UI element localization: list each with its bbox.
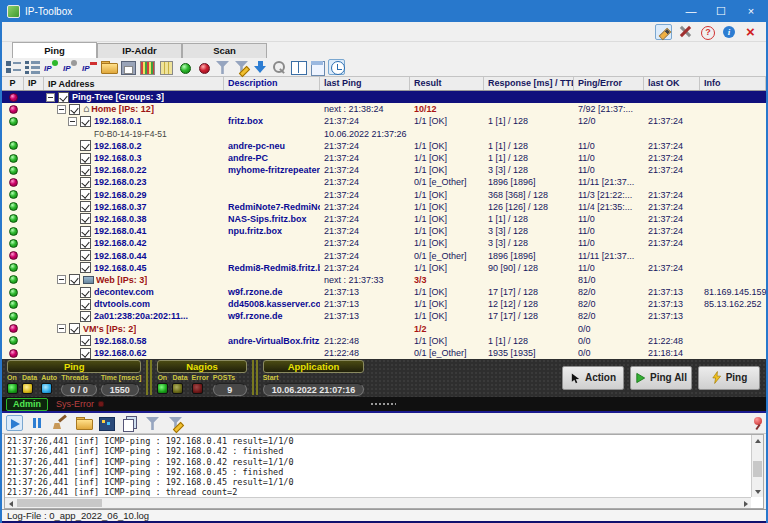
ip-add-icon[interactable]: [43, 59, 60, 75]
table-row[interactable]: 192.168.0.41npu.fritz.box21:37:241/1 [OK…: [2, 225, 766, 237]
column-header[interactable]: Info: [700, 77, 766, 90]
column-header[interactable]: Description: [224, 77, 320, 90]
table-row[interactable]: Ping-Tree [Groups: 3]: [2, 91, 766, 103]
row-checkbox[interactable]: [69, 323, 80, 334]
filter-edit-icon[interactable]: [167, 415, 184, 431]
row-checkbox[interactable]: [80, 116, 91, 127]
image-icon[interactable]: [98, 415, 115, 431]
table-row[interactable]: 192.168.0.1fritz.box21:37:241/1 [OK]1 [1…: [2, 115, 766, 127]
scroll-down-icon[interactable]: [752, 486, 763, 497]
column-header[interactable]: Result: [410, 77, 484, 90]
table-row[interactable]: 192.168.0.45Redmi8-Redmi8.fritz.box21:37…: [2, 262, 766, 274]
ping-all-button[interactable]: Ping All: [630, 366, 692, 390]
tools-icon[interactable]: [677, 24, 694, 40]
tree-list-icon[interactable]: [24, 59, 41, 75]
action-button[interactable]: Action: [562, 366, 624, 390]
row-checkbox[interactable]: [69, 104, 80, 115]
ping-button[interactable]: Ping: [698, 366, 760, 390]
folder-open-icon[interactable]: [75, 415, 92, 431]
column-header[interactable]: IP: [24, 77, 44, 90]
folder-open-icon[interactable]: [100, 59, 117, 75]
table-row[interactable]: ⌂Home [IPs: 12]next : 21:38:2410/127/92 …: [2, 103, 766, 115]
scroll-right-icon[interactable]: [740, 498, 751, 509]
tab-scan[interactable]: Scan: [182, 43, 267, 58]
row-checkbox[interactable]: [80, 238, 91, 249]
columns-colored-icon[interactable]: [138, 59, 155, 75]
log-horizontal-scrollbar[interactable]: [5, 497, 751, 508]
table-row[interactable]: 192.168.0.2921:37:241/1 [OK]368 [368] / …: [2, 189, 766, 201]
table-row[interactable]: Web [IPs: 3]next : 21:37:333/381/0: [2, 274, 766, 286]
row-checkbox[interactable]: [80, 311, 91, 322]
row-checkbox[interactable]: [80, 189, 91, 200]
columns-plain-icon[interactable]: [157, 59, 174, 75]
column-header[interactable]: Ping/Error: [574, 77, 644, 90]
row-checkbox[interactable]: [80, 348, 91, 359]
table-row[interactable]: 192.168.0.37RedmiNote7-RedmiNote....21:3…: [2, 201, 766, 213]
column-header[interactable]: Response [ms] / TTL: [484, 77, 574, 90]
tab-ping[interactable]: Ping: [12, 42, 97, 58]
scroll-left-icon[interactable]: [5, 498, 16, 509]
filter-edit-icon[interactable]: [233, 59, 250, 75]
table-row[interactable]: VM's [IPs: 2]1/20/0: [2, 323, 766, 335]
row-checkbox[interactable]: [80, 250, 91, 261]
led-green-icon[interactable]: [176, 59, 193, 75]
ip-edit-icon[interactable]: [62, 59, 79, 75]
column-header[interactable]: last Ping: [320, 77, 410, 90]
expand-toggle[interactable]: [46, 93, 55, 102]
filter-icon[interactable]: [214, 59, 231, 75]
row-checkbox[interactable]: [69, 274, 80, 285]
expand-toggle[interactable]: [57, 324, 66, 333]
log-book-icon[interactable]: [290, 59, 307, 75]
table-row[interactable]: 2a01:238:20a:202:11...w9f.rzone.de21:37:…: [2, 310, 766, 322]
table-row[interactable]: 192.168.0.4221:37:241/1 [OK]3 [3] / 1281…: [2, 237, 766, 249]
table-row[interactable]: decontev.comw9f.rzone.de21:37:131/1 [OK]…: [2, 286, 766, 298]
table-row[interactable]: 192.168.0.38NAS-Sips.fritz.box21:37:241/…: [2, 213, 766, 225]
row-checkbox[interactable]: [80, 226, 91, 237]
tab-admin[interactable]: Admin: [6, 398, 48, 411]
table-row[interactable]: F0-B0-14-19-F4-5110.06.2022 21:37:26: [2, 128, 766, 140]
exit-icon[interactable]: [743, 24, 760, 40]
table-row[interactable]: 192.168.0.4421:37:240/1 [e_Other]1896 [1…: [2, 249, 766, 261]
arrow-down-icon[interactable]: [252, 59, 269, 75]
row-checkbox[interactable]: [80, 201, 91, 212]
row-checkbox[interactable]: [80, 262, 91, 273]
row-checkbox[interactable]: [80, 177, 91, 188]
row-checkbox[interactable]: [80, 213, 91, 224]
clock-icon[interactable]: [328, 59, 345, 75]
row-checkbox[interactable]: [80, 335, 91, 346]
save-icon[interactable]: [119, 59, 136, 75]
expand-toggle[interactable]: [57, 105, 66, 114]
scroll-up-icon[interactable]: [752, 435, 763, 446]
tab-ip-addr[interactable]: IP-Addr: [97, 43, 182, 58]
play-icon[interactable]: [6, 415, 23, 431]
vertical-scroll-thumb[interactable]: [753, 461, 762, 477]
ip-delete-icon[interactable]: [81, 59, 98, 75]
column-header[interactable]: last OK: [644, 77, 700, 90]
table-row[interactable]: 192.168.0.2321:37:240/1 [e_Other]1896 [1…: [2, 176, 766, 188]
tree-nodes-icon[interactable]: [5, 59, 22, 75]
tab-sys-error[interactable]: Sys-Error: [56, 399, 104, 409]
table-row[interactable]: 192.168.0.58andre-VirtualBox.fritz.box21…: [2, 335, 766, 347]
expand-toggle[interactable]: [68, 117, 77, 126]
row-checkbox[interactable]: [58, 92, 69, 103]
row-checkbox[interactable]: [80, 140, 91, 151]
report-icon[interactable]: [309, 59, 326, 75]
filter-icon[interactable]: [144, 415, 161, 431]
row-checkbox[interactable]: [80, 153, 91, 164]
expand-toggle[interactable]: [57, 275, 66, 284]
copy-icon[interactable]: [121, 415, 138, 431]
pin-icon[interactable]: [749, 415, 766, 431]
table-row[interactable]: 192.168.0.2andre-pc-neu21:37:241/1 [OK]1…: [2, 140, 766, 152]
info-icon[interactable]: [721, 24, 738, 40]
horizontal-scroll-thumb[interactable]: [17, 499, 102, 507]
table-row[interactable]: 192.168.0.6221:22:480/1 [e_Other]1935 [1…: [2, 347, 766, 359]
table-row[interactable]: 192.168.0.22myhome-fritzrepeater.fr...21…: [2, 164, 766, 176]
maximize-button[interactable]: ☐: [706, 0, 736, 22]
row-checkbox[interactable]: [80, 299, 91, 310]
table-row[interactable]: 192.168.0.3andre-PC21:37:241/1 [OK]1 [1]…: [2, 152, 766, 164]
column-header[interactable]: IP Address: [44, 77, 224, 90]
row-checkbox[interactable]: [80, 165, 91, 176]
pause-icon[interactable]: [29, 415, 46, 431]
table-row[interactable]: dtvtools.comdd45008.kasserver.com21:37:1…: [2, 298, 766, 310]
led-red-icon[interactable]: [195, 59, 212, 75]
